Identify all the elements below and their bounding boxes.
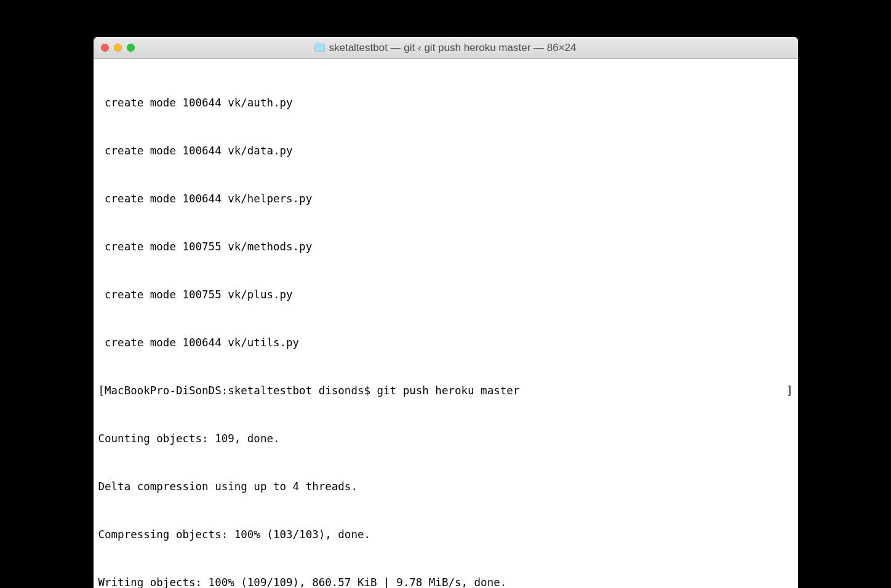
terminal-window: sketaltestbot — git ‹ git push heroku ma… bbox=[94, 37, 798, 588]
output-line: Counting objects: 109, done. bbox=[98, 431, 793, 447]
terminal-output[interactable]: create mode 100644 vk/auth.py create mod… bbox=[94, 59, 798, 588]
output-line: create mode 100755 vk/plus.py bbox=[98, 287, 793, 303]
output-line: create mode 100644 vk/data.py bbox=[98, 143, 793, 159]
titlebar[interactable]: sketaltestbot — git ‹ git push heroku ma… bbox=[94, 37, 798, 59]
maximize-button[interactable] bbox=[127, 44, 135, 52]
output-line: create mode 100644 vk/helpers.py bbox=[98, 191, 793, 207]
output-line: create mode 100644 vk/auth.py bbox=[98, 95, 793, 111]
prompt-bracket: ] bbox=[786, 383, 793, 399]
minimize-button[interactable] bbox=[114, 44, 122, 52]
output-line: Delta compression using up to 4 threads. bbox=[98, 479, 793, 495]
prompt-line: [MacBookPro-DiSonDS:sketaltestbot disond… bbox=[98, 383, 793, 399]
output-line: Compressing objects: 100% (103/103), don… bbox=[98, 526, 793, 542]
traffic-lights bbox=[101, 44, 135, 52]
folder-icon bbox=[314, 44, 325, 52]
output-line: create mode 100644 vk/utils.py bbox=[98, 335, 793, 351]
output-line: Writing objects: 100% (109/109), 860.57 … bbox=[98, 574, 793, 588]
prompt-text: [MacBookPro-DiSonDS:sketaltestbot disond… bbox=[98, 383, 520, 399]
close-button[interactable] bbox=[101, 44, 109, 52]
window-title-group: sketaltestbot — git ‹ git push heroku ma… bbox=[94, 42, 798, 54]
window-title: sketaltestbot — git ‹ git push heroku ma… bbox=[329, 42, 576, 54]
output-line: create mode 100755 vk/methods.py bbox=[98, 239, 793, 255]
